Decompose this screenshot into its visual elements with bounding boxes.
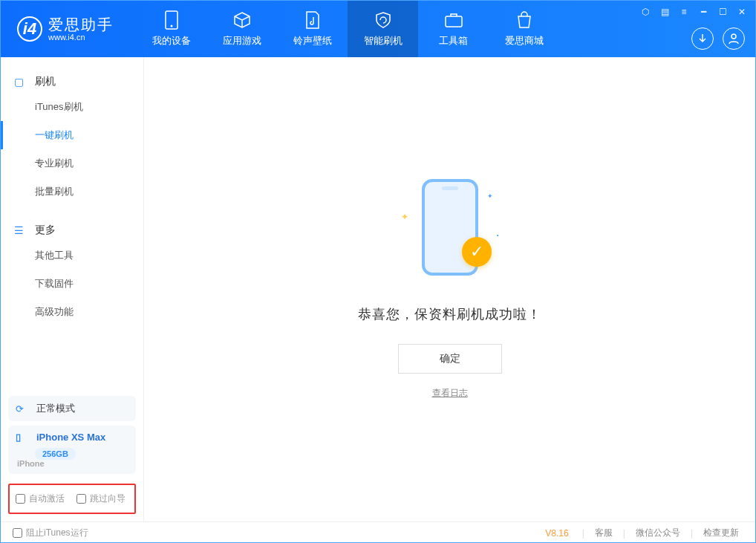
- main-content: ✓ ✦ ✦ • 恭喜您，保资料刷机成功啦！ 确定 查看日志: [144, 57, 755, 521]
- sync-icon: ⟳: [16, 403, 30, 414]
- app-name: 爱思助手: [48, 16, 114, 33]
- block-itunes-checkbox[interactable]: 阻止iTunes运行: [13, 527, 88, 539]
- svg-rect-2: [446, 16, 462, 27]
- success-illustration: ✓ ✦ ✦ •: [398, 179, 502, 283]
- phone-icon: [162, 10, 181, 30]
- footer-link-update[interactable]: 检查更新: [699, 527, 743, 539]
- user-button[interactable]: [723, 27, 745, 50]
- svg-point-3: [731, 34, 736, 39]
- phone-small-icon: ▯: [16, 432, 30, 443]
- sidebar-item-pro-flash[interactable]: 专业刷机: [1, 149, 143, 178]
- maximize-button[interactable]: ☐: [717, 7, 729, 17]
- sidebar-item-oneclick-flash[interactable]: 一键刷机: [1, 121, 143, 149]
- note-icon[interactable]: ▤: [659, 7, 671, 17]
- footer-link-wechat[interactable]: 微信公众号: [631, 527, 685, 539]
- svg-point-1: [170, 25, 172, 27]
- tab-smart-flash[interactable]: 智能刷机: [348, 1, 418, 57]
- header-actions: [691, 27, 745, 50]
- tab-ringtone-wallpaper[interactable]: 铃声壁纸: [277, 1, 348, 57]
- device-panel: ⟳ 正常模式 ▯ iPhone XS Max 256GB iPhone: [8, 396, 136, 474]
- tab-label: 工具箱: [439, 34, 468, 48]
- app-url: www.i4.cn: [48, 33, 114, 42]
- list-icon: ☰: [14, 224, 27, 236]
- tab-label: 智能刷机: [364, 34, 403, 48]
- tab-label: 铃声壁纸: [293, 34, 332, 48]
- check-badge-icon: ✓: [462, 237, 492, 267]
- sidebar-header-flash: ▢ 刷机: [1, 71, 143, 93]
- skip-guide-checkbox[interactable]: 跳过向导: [76, 492, 126, 505]
- bag-icon: [515, 10, 534, 30]
- highlighted-options: 自动激活 跳过向导: [8, 484, 136, 514]
- sidebar-item-download-firmware[interactable]: 下载固件: [1, 270, 143, 298]
- menu-icon[interactable]: ≡: [678, 7, 690, 17]
- sidebar-header-label: 更多: [35, 224, 56, 237]
- logo: i4 爱思助手 www.i4.cn: [1, 16, 127, 42]
- sidebar-item-other-tools[interactable]: 其他工具: [1, 241, 143, 270]
- device-capacity-badge: 256GB: [35, 448, 76, 460]
- refresh-shield-icon: [374, 10, 393, 30]
- cube-icon: [232, 10, 252, 30]
- sidebar-header-more: ☰ 更多: [1, 219, 143, 241]
- device-mode-row[interactable]: ⟳ 正常模式: [8, 396, 136, 421]
- tab-my-device[interactable]: 我的设备: [136, 1, 206, 57]
- sparkle-icon: ✦: [487, 192, 493, 200]
- device-type: iPhone: [17, 459, 45, 468]
- device-name-row[interactable]: ▯ iPhone XS Max 256GB iPhone: [8, 426, 136, 474]
- tab-toolbox[interactable]: 工具箱: [418, 1, 489, 57]
- music-file-icon: [303, 10, 322, 30]
- version-label: V8.16: [545, 528, 568, 539]
- auto-activate-checkbox[interactable]: 自动激活: [16, 492, 65, 505]
- minimize-button[interactable]: ━: [697, 7, 709, 17]
- sidebar-header-label: 刷机: [35, 75, 56, 88]
- success-message: 恭喜您，保资料刷机成功啦！: [358, 305, 541, 323]
- tab-apps-games[interactable]: 应用游戏: [206, 1, 277, 57]
- phone-outline-icon: ▢: [14, 76, 27, 88]
- nav-tabs: 我的设备 应用游戏 铃声壁纸 智能刷机 工具箱 爱思商城: [136, 1, 559, 57]
- logo-icon: i4: [17, 16, 42, 42]
- confirm-button[interactable]: 确定: [398, 344, 502, 374]
- device-name: iPhone XS Max: [36, 432, 105, 443]
- toolbox-icon: [444, 10, 463, 30]
- app-header: i4 爱思助手 www.i4.cn 我的设备 应用游戏 铃声壁纸 智能刷机 工具…: [1, 1, 755, 57]
- logo-text: 爱思助手 www.i4.cn: [48, 16, 114, 42]
- tab-label: 爱思商城: [505, 34, 544, 48]
- footer-link-support[interactable]: 客服: [590, 527, 617, 539]
- tab-label: 应用游戏: [223, 34, 261, 48]
- checkbox-label: 阻止iTunes运行: [26, 527, 88, 539]
- close-button[interactable]: ✕: [736, 7, 748, 17]
- download-button[interactable]: [691, 27, 714, 50]
- shirt-icon[interactable]: ⬡: [639, 7, 651, 17]
- view-log-link[interactable]: 查看日志: [432, 387, 468, 400]
- tab-store[interactable]: 爱思商城: [489, 1, 559, 57]
- sidebar-item-batch-flash[interactable]: 批量刷机: [1, 178, 143, 206]
- checkbox-label: 跳过向导: [90, 492, 126, 505]
- sidebar: ▢ 刷机 iTunes刷机 一键刷机 专业刷机 批量刷机 ☰ 更多 其他工具 下…: [1, 57, 144, 521]
- status-bar: 阻止iTunes运行 V8.16 | 客服 | 微信公众号 | 检查更新: [1, 521, 755, 543]
- sidebar-item-itunes-flash[interactable]: iTunes刷机: [1, 93, 143, 121]
- tab-label: 我的设备: [152, 34, 191, 48]
- checkbox-label: 自动激活: [29, 492, 65, 505]
- window-controls: ⬡ ▤ ≡ ━ ☐ ✕: [639, 7, 748, 17]
- device-mode-label: 正常模式: [36, 402, 75, 415]
- sparkle-icon: •: [497, 232, 499, 238]
- sparkle-icon: ✦: [401, 212, 408, 222]
- sidebar-item-advanced[interactable]: 高级功能: [1, 298, 143, 326]
